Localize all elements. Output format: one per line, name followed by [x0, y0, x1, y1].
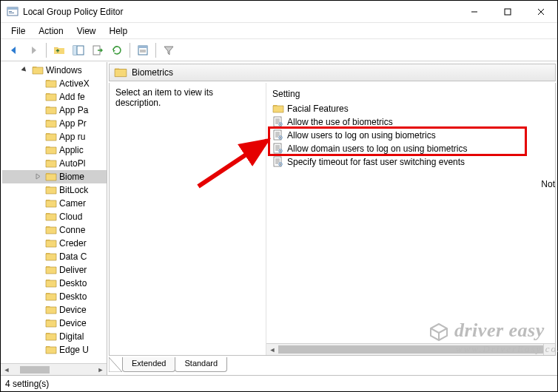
setting-label: Allow users to log on using biometrics [287, 130, 436, 141]
tree-item-label: Cloud [59, 212, 82, 222]
back-button[interactable] [5, 41, 23, 59]
tree-item[interactable]: Cloud [2, 210, 107, 223]
policy-icon [272, 129, 284, 141]
details-header-title: Biometrics [132, 67, 173, 78]
export-button[interactable] [89, 41, 107, 59]
tree-item-label: Edge U [59, 345, 89, 355]
tree-item[interactable]: Deskto [2, 277, 107, 290]
setting-item[interactable]: Specify timeout for fast user switching … [266, 155, 555, 169]
up-button[interactable] [50, 41, 68, 59]
app-window: Local Group Policy Editor File Action Vi… [0, 0, 558, 392]
setting-label: Allow domain users to log on using biome… [287, 143, 467, 154]
tree-item[interactable]: App Pa [2, 104, 107, 117]
details-header: Biometrics [109, 64, 556, 81]
scroll-corner [543, 343, 555, 355]
filter-button[interactable] [160, 41, 178, 59]
tree-scrollbar-horizontal[interactable]: ◄ ► [1, 363, 107, 375]
toolbar-separator [46, 43, 47, 58]
svg-rect-2 [9, 11, 12, 12]
description-prompt: Select an item to view its description. [115, 87, 213, 108]
tree-pane[interactable]: Windows ActiveXAdd feApp PaApp PrApp ruA… [1, 62, 107, 375]
tree-item[interactable]: Biome [2, 170, 107, 183]
setting-label: Specify timeout for fast user switching … [287, 157, 465, 167]
tree-item-label: AutoPl [59, 158, 85, 169]
minimize-button[interactable] [457, 1, 491, 22]
tree-item[interactable]: Deliver [2, 263, 107, 277]
tree-item[interactable]: Deskto [2, 290, 107, 303]
scroll-thumb[interactable] [20, 366, 50, 374]
properties-button[interactable] [134, 41, 152, 59]
app-icon [7, 6, 19, 18]
setting-label: Facial Features [287, 104, 349, 114]
tree-item[interactable]: ActiveX [2, 77, 107, 90]
list-scrollbar-horizontal[interactable]: ◄ ► [266, 343, 543, 355]
tree-item-label: Biome [59, 172, 84, 182]
tree-item[interactable]: Data C [2, 250, 107, 263]
scroll-right-icon[interactable]: ► [95, 366, 107, 374]
tab-extended[interactable]: Extended [122, 357, 175, 372]
tree-item[interactable]: Edge U [2, 343, 107, 356]
menubar: File Action View Help [1, 23, 557, 39]
svg-rect-13 [138, 46, 147, 48]
tree-item-label: App Pr [59, 118, 87, 129]
refresh-button[interactable] [108, 41, 126, 59]
tree-root[interactable]: Windows [2, 64, 107, 77]
tree-item-label: BitLock [59, 185, 88, 195]
column-header-setting[interactable]: Setting [266, 86, 555, 102]
menu-action[interactable]: Action [33, 24, 69, 38]
window-title: Local Group Policy Editor [23, 7, 457, 17]
svg-rect-1 [7, 7, 18, 10]
menu-help[interactable]: Help [104, 24, 134, 38]
tree-item[interactable]: BitLock [2, 183, 107, 197]
tree-item-label: Applic [59, 145, 84, 155]
tree-item-label: Camer [59, 198, 86, 209]
column-header-state[interactable]: Not [541, 179, 555, 189]
forward-button[interactable] [24, 41, 42, 59]
menu-view[interactable]: View [71, 24, 102, 38]
settings-list[interactable]: Setting Facial FeaturesAllow the use of … [266, 83, 555, 355]
tree-item-label: Digital [59, 331, 84, 342]
tree-item[interactable]: Add fe [2, 90, 107, 104]
toolbar [1, 39, 557, 61]
setting-label: Allow the use of biometrics [287, 117, 393, 127]
scroll-left-icon[interactable]: ◄ [1, 366, 13, 374]
svg-rect-3 [9, 13, 14, 13]
setting-item[interactable]: Allow domain users to log on using biome… [266, 142, 555, 155]
details-tabs: Extended Standard [109, 357, 556, 374]
collapse-icon[interactable] [20, 67, 29, 75]
expand-icon[interactable] [33, 173, 42, 181]
toolbar-separator [155, 43, 156, 58]
tree-item[interactable]: App ru [2, 130, 107, 143]
tree-item-label: App Pa [59, 105, 88, 115]
tree-item-label: Device [59, 318, 87, 328]
show-hide-tree-button[interactable] [70, 41, 87, 59]
tree-item[interactable]: Conne [2, 223, 107, 237]
scroll-thumb[interactable] [278, 345, 545, 354]
tree-item[interactable]: Camer [2, 197, 107, 210]
tree-item[interactable]: Creder [2, 237, 107, 250]
setting-item[interactable]: Allow the use of biometrics [266, 115, 555, 129]
svg-rect-5 [505, 9, 511, 15]
tree-item[interactable]: App Pr [2, 117, 107, 130]
tree-item[interactable]: Device [2, 317, 107, 330]
folder-icon [114, 67, 127, 78]
setting-folder[interactable]: Facial Features [266, 102, 555, 115]
setting-item[interactable]: Allow users to log on using biometrics [266, 129, 555, 142]
close-button[interactable] [524, 1, 557, 22]
tree-root-label: Windows [46, 65, 82, 75]
menu-file[interactable]: File [5, 24, 31, 38]
tree-item-label: Add fe [59, 92, 85, 102]
scroll-left-icon[interactable]: ◄ [266, 346, 278, 354]
status-text: 4 setting(s) [5, 379, 49, 389]
tree-item-label: Device [59, 305, 87, 315]
policy-icon [272, 143, 284, 155]
policy-icon [272, 116, 284, 128]
tree-item[interactable]: Digital [2, 330, 107, 343]
maximize-button[interactable] [491, 1, 524, 22]
folder-icon [272, 103, 284, 115]
tab-standard[interactable]: Standard [175, 357, 227, 372]
tree-item[interactable]: AutoPl [2, 157, 107, 170]
details-pane: Biometrics Select an item to view its de… [107, 62, 557, 375]
tree-item[interactable]: Device [2, 303, 107, 317]
tree-item[interactable]: Applic [2, 143, 107, 157]
